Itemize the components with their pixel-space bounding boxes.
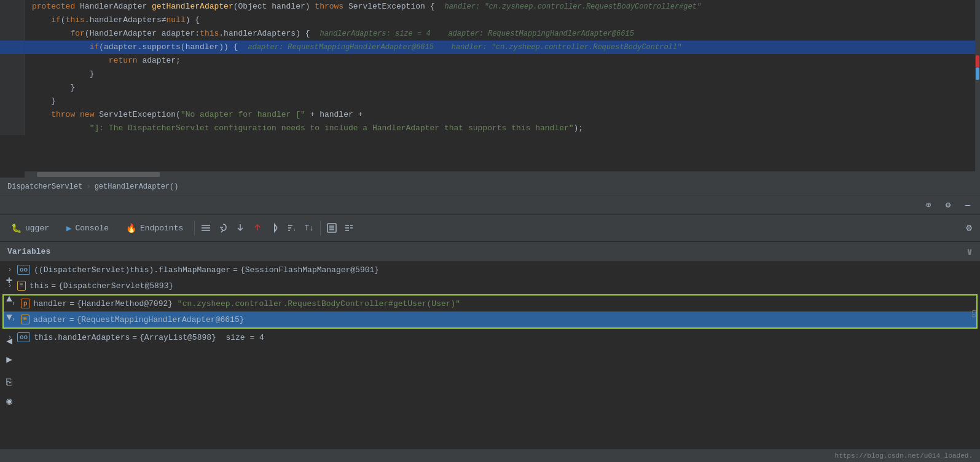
record-btn[interactable]: ◉ (1, 393, 17, 409)
scrollbar-error-marker (976, 55, 979, 68)
code-editor: protected HandlerAdapter getHandlerAdapt… (0, 0, 980, 178)
var-eq-handleradapters: = (132, 333, 137, 342)
line-number-1 (0, 0, 25, 14)
scrollbar-thumb[interactable] (37, 172, 160, 177)
line-number-5 (0, 54, 25, 68)
code-line-7: } (0, 81, 980, 95)
var-eq-flashmap: = (233, 265, 238, 275)
method-gethandleradapter: getHandlerAdapter (152, 0, 233, 14)
var-badge-handler: p (21, 299, 30, 308)
var-row-adapter[interactable]: › ≡ adapter = {RequestMappingHandlerAdap… (4, 311, 976, 327)
var-val-handler: {HandlerMethod@7092} (77, 299, 178, 308)
code-line-2: if (this.handlerAdapters ≠ null) { (0, 14, 980, 27)
breadcrumb-item-2[interactable]: getHandlerAdapter() (95, 182, 179, 191)
toolbar-divider-1 (194, 221, 195, 235)
status-text: https://blog.csdn.net/u014_loaded. (835, 452, 973, 460)
move-down-btn[interactable]: ▼ (1, 310, 17, 326)
code-line-10: "]: The DispatcherServlet configuration … (0, 122, 980, 135)
keyword-protected: protected (32, 0, 75, 14)
var-row-handler[interactable]: › p handler = {HandlerMethod@7092} "cn.z… (4, 296, 976, 311)
var-val-flashmap: {SessionFlashMapManager@5901} (240, 265, 379, 275)
console-tab-icon: ▶ (66, 223, 71, 233)
var-eq-handler: = (69, 299, 74, 308)
line-number-8 (0, 95, 25, 108)
code-content-7: } (25, 81, 980, 95)
code-line-4: if (adapter.supports(handler)) { adapter… (0, 41, 980, 54)
line-number-10 (0, 122, 25, 135)
var-badge-flashmap: oo (17, 265, 30, 275)
line-number-2 (0, 14, 25, 27)
var-badge-handleradapters: oo (17, 332, 30, 342)
svg-text:↓: ↓ (293, 227, 296, 232)
code-content-3: for (HandlerAdapter adapter : this.handl… (25, 27, 980, 41)
code-content-4: if (adapter.supports(handler)) { adapter… (25, 41, 980, 54)
right-panel-label: Co (965, 307, 980, 320)
frames-btn[interactable] (340, 219, 358, 237)
settings-gear-btn[interactable]: ⚙ (960, 219, 978, 237)
code-line-5: return adapter; (0, 54, 980, 68)
var-val-handleradapters: {ArrayList@5898} size = 4 (139, 333, 264, 342)
plus-circle-icon[interactable]: ⊕ (921, 198, 936, 213)
highlighted-var-group: › p handler = {HandlerMethod@7092} "cn.z… (2, 294, 978, 329)
type-handleradapter: HandlerAdapter (80, 0, 147, 14)
tab-endpoints[interactable]: 🔥 Endpoints (117, 214, 192, 241)
var-name-handleradapters: this.handlerAdapters (34, 333, 130, 342)
code-line-8: } (0, 95, 980, 108)
var-name-handler: handler (34, 299, 68, 308)
code-line-6: } (0, 68, 980, 81)
tab-debugger[interactable]: 🐛 ugger (2, 214, 58, 241)
tab-console-label: Console (75, 224, 109, 233)
variables-panel: Variables ∨ › oo ((DispatcherServlet)thi… (0, 242, 980, 462)
show-execution-point-btn[interactable] (197, 219, 214, 237)
minimize-icon[interactable]: — (960, 198, 975, 213)
code-content-8: } (25, 95, 980, 108)
variables-title: Variables (7, 247, 50, 256)
code-scroll[interactable]: protected HandlerAdapter getHandlerAdapt… (0, 0, 980, 135)
watches-btn[interactable] (323, 219, 340, 237)
settings-icon[interactable]: ⚙ (941, 198, 955, 213)
var-eq-adapter: = (69, 315, 74, 324)
tab-debugger-label: ugger (25, 224, 49, 233)
tab-endpoints-label: Endpoints (140, 224, 183, 233)
move-up-btn[interactable]: ▲ (1, 291, 17, 307)
collapse-left-btn[interactable]: ◀ (1, 333, 17, 349)
var-val-handler-string: "cn.zysheep.controller.RequestBodyContro… (178, 299, 460, 308)
add-watch-btn[interactable]: + (1, 273, 17, 289)
breadcrumb-item-1[interactable]: DispatcherServlet (7, 182, 82, 191)
line-number-9 (0, 108, 25, 122)
var-row-this[interactable]: › ≡ this = {DispatcherServlet@5893} (0, 278, 980, 294)
horizontal-scrollbar[interactable] (25, 171, 980, 178)
scrollbar-position-marker (976, 68, 979, 80)
expand-right-btn[interactable]: ▶ (1, 351, 17, 367)
var-badge-adapter: ≡ (21, 315, 29, 324)
step-into-btn[interactable] (232, 219, 249, 237)
cursor-to-btn[interactable]: T↓ (300, 219, 318, 237)
vertical-scrollbar-code[interactable] (975, 0, 980, 171)
endpoints-tab-icon: 🔥 (126, 223, 136, 233)
var-name-adapter: adapter (33, 315, 67, 324)
bottom-panel: Variables ∨ › oo ((DispatcherServlet)thi… (0, 242, 980, 462)
var-name-flashmap: ((DispatcherServlet)this).flashMapManage… (34, 265, 230, 275)
toolbar-divider-2 (320, 221, 321, 235)
var-row-flashmap[interactable]: › oo ((DispatcherServlet)this).flashMapM… (0, 262, 980, 278)
left-panel-icons: + ▲ ▼ ◀ ▶ ⎘ ◉ (0, 270, 18, 412)
evaluate-expr-btn[interactable]: ↓ (283, 219, 300, 237)
var-row-handleradapters[interactable]: › oo this.handlerAdapters = {ArrayList@5… (0, 329, 980, 345)
var-eq-this: = (51, 281, 56, 291)
debug-hint-1: handler: "cn.zysheep.controller.RequestB… (444, 0, 701, 14)
line-number-4 (0, 41, 25, 54)
step-over-btn[interactable] (214, 219, 232, 237)
main-container: protected HandlerAdapter getHandlerAdapt… (0, 0, 980, 462)
code-content-1: protected HandlerAdapter getHandlerAdapt… (25, 0, 980, 14)
code-line-1: protected HandlerAdapter getHandlerAdapt… (0, 0, 980, 14)
step-resume-btn[interactable] (266, 219, 283, 237)
step-out-btn[interactable] (249, 219, 266, 237)
code-content-6: } (25, 68, 980, 81)
variables-chevron[interactable]: ∨ (966, 246, 973, 258)
debug-hint-3: handlerAdapters: size = 4 adapter: Reque… (320, 27, 634, 41)
breadcrumb-bar: DispatcherServlet › getHandlerAdapter() (0, 178, 980, 195)
variables-header: Variables ∨ (0, 242, 980, 262)
toolbar-separator: ⊕ ⚙ — (0, 195, 980, 215)
copy-btn[interactable]: ⎘ (1, 375, 17, 391)
tab-console[interactable]: ▶ Console (58, 214, 117, 241)
